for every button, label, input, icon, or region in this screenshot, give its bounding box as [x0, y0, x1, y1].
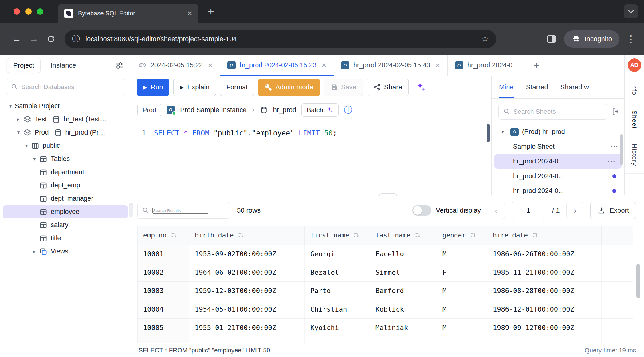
database-entry[interactable]: hr_test (Test… — [52, 115, 106, 124]
sheet-search-input[interactable] — [513, 108, 603, 115]
tree-item-table-salary[interactable]: salary — [0, 218, 131, 232]
tree-item-sample-project[interactable]: ▾ Sample Project — [0, 100, 131, 113]
sheet-item-selected[interactable]: hr_prod 2024-0... ⋯ — [494, 154, 622, 169]
tab-search-button[interactable] — [624, 4, 638, 18]
tree-item-schema-public[interactable]: ▾ public — [0, 139, 131, 152]
tree-item-table-dept-emp[interactable]: dept_emp — [0, 179, 131, 192]
sql-editor[interactable]: 1 SELECT * FROM "public"."employee" LIMI… — [131, 121, 491, 195]
close-icon[interactable]: × — [208, 61, 213, 70]
results-search-input[interactable] — [152, 208, 208, 214]
tab-starred[interactable]: Starred — [526, 76, 548, 98]
tree-item-table-dept-manager[interactable]: dept_manager — [0, 192, 131, 205]
tab-close-icon[interactable]: × — [187, 9, 192, 18]
reload-button[interactable] — [46, 34, 56, 44]
database-entry[interactable]: hr_prod (Pr… — [53, 128, 105, 137]
worksheet-tab-2-active[interactable]: hr_prod 2024-02-05 15:23 × — [220, 55, 334, 76]
sidebar-resize-handle[interactable] — [129, 203, 133, 217]
sql-code-line[interactable]: SELECT * FROM "public"."employee" LIMIT … — [154, 121, 337, 195]
page-number-input[interactable] — [512, 202, 545, 219]
caret-down-icon[interactable]: ▾ — [30, 156, 39, 162]
column-header-emp-no[interactable]: emp_no — [138, 226, 189, 245]
tab-mine[interactable]: Mine — [499, 76, 514, 98]
sheet-menu-icon[interactable]: ⋯ — [607, 157, 616, 166]
close-icon[interactable]: × — [322, 61, 326, 70]
browser-menu-button[interactable]: ⋮ — [626, 33, 636, 45]
close-window-button[interactable] — [14, 8, 20, 15]
tree-item-table-employee-selected[interactable]: employee — [3, 205, 128, 218]
close-icon[interactable]: × — [435, 61, 440, 70]
strip-tab-info[interactable]: Info — [625, 76, 644, 103]
info-icon[interactable]: ⓘ — [344, 104, 352, 116]
save-button[interactable]: Save — [324, 79, 363, 96]
results-scrollbar[interactable] — [636, 264, 640, 298]
back-button[interactable]: ← — [8, 33, 25, 45]
sheet-group-hr-prod[interactable]: ▾ (Prod) hr_prod — [492, 124, 624, 139]
sheet-item-unsaved[interactable]: hr_prod 2024-0... — [492, 169, 624, 183]
sort-icon[interactable] — [470, 232, 476, 238]
format-button[interactable]: Format — [220, 79, 254, 96]
tab-instance[interactable]: Instance — [50, 61, 76, 69]
sort-icon[interactable] — [415, 232, 421, 238]
sheet-item-unsaved-partial[interactable]: hr_prod 2024-0... — [492, 183, 624, 195]
share-button[interactable]: Share — [367, 79, 409, 96]
bookmark-star-icon[interactable]: ☆ — [481, 34, 489, 44]
instance-name[interactable]: Prod Sample Instance — [180, 106, 246, 114]
next-page-button[interactable]: › — [566, 202, 583, 219]
database-search[interactable] — [6, 79, 124, 95]
horizontal-splitter-handle[interactable] — [379, 193, 397, 197]
forward-button[interactable]: → — [25, 33, 42, 45]
minimize-window-button[interactable] — [25, 8, 32, 15]
side-panel-icon[interactable] — [547, 35, 556, 43]
sheet-menu-icon[interactable]: ⋯ — [610, 142, 619, 151]
sort-icon[interactable] — [238, 232, 244, 238]
ai-assistant-button[interactable] — [413, 79, 429, 96]
caret-down-icon[interactable]: ▾ — [498, 129, 507, 135]
caret-down-icon[interactable]: ▾ — [6, 103, 15, 109]
sheet-item-sample-sheet[interactable]: Sample Sheet ⋯ — [492, 139, 624, 154]
worksheet-tab-1[interactable]: 2024-02-05 15:22 × — [131, 55, 220, 76]
browser-tab[interactable]: Bytebase SQL Editor × — [58, 4, 198, 23]
tree-item-env-prod[interactable]: ▾ Prod hr_prod (Pr… — [0, 126, 131, 139]
editor-scrollbar[interactable] — [487, 124, 490, 142]
maximize-window-button[interactable] — [37, 8, 43, 15]
admin-mode-button[interactable]: Admin mode — [258, 79, 320, 96]
worksheet-tab-3[interactable]: hr_prod 2024-02-05 15:43 × — [334, 55, 447, 76]
caret-right-icon[interactable]: ▸ — [14, 116, 23, 123]
database-name[interactable]: hr_prod — [273, 106, 296, 114]
new-tab-button[interactable]: + — [208, 6, 214, 17]
tree-item-env-test[interactable]: ▸ Test hr_test (Test… — [0, 113, 131, 126]
caret-down-icon[interactable]: ▾ — [14, 129, 23, 136]
tree-item-table-title[interactable]: title — [0, 232, 131, 245]
strip-tab-sheet[interactable]: Sheet — [625, 103, 644, 136]
collapse-panel-icon[interactable] — [611, 108, 619, 116]
database-search-input[interactable] — [21, 83, 120, 91]
tab-project[interactable]: Project — [7, 58, 41, 73]
results-search[interactable] — [137, 202, 230, 219]
explain-button[interactable]: ▶ Explain — [173, 79, 216, 96]
column-header-birth-date[interactable]: birth_date — [189, 226, 305, 245]
column-header-last-name[interactable]: last_name — [370, 226, 437, 245]
column-header-hire-date[interactable]: hire_date — [487, 226, 602, 245]
tree-item-tables-group[interactable]: ▾ Tables — [0, 152, 131, 166]
tree-item-table-department[interactable]: department — [0, 166, 131, 179]
filter-settings-icon[interactable] — [115, 61, 124, 70]
prev-page-button[interactable]: ‹ — [488, 202, 505, 219]
user-avatar[interactable]: AD — [628, 58, 641, 72]
export-button[interactable]: Export — [590, 202, 636, 219]
sort-icon[interactable] — [353, 232, 359, 238]
sheet-search[interactable] — [498, 104, 607, 120]
caret-down-icon[interactable]: ▾ — [22, 143, 31, 149]
vertical-display-toggle[interactable] — [412, 205, 431, 216]
sheet-scrollbar[interactable] — [620, 134, 623, 165]
url-bar[interactable]: ⓘ localhost:8080/sql-editor/sheet/projec… — [65, 30, 496, 48]
site-info-icon[interactable]: ⓘ — [72, 33, 80, 44]
sort-icon[interactable] — [532, 232, 538, 238]
run-button[interactable]: ▶ Run — [137, 79, 169, 96]
batch-button[interactable]: Batch — [301, 103, 339, 117]
sort-icon[interactable] — [171, 232, 177, 238]
column-header-gender[interactable]: gender — [437, 226, 487, 245]
strip-tab-history[interactable]: History — [625, 136, 644, 174]
column-header-first-name[interactable]: first_name — [305, 226, 370, 245]
worksheet-tab-4[interactable]: hr_prod 2024-0 — [447, 55, 528, 76]
tab-shared[interactable]: Shared w — [560, 76, 589, 98]
